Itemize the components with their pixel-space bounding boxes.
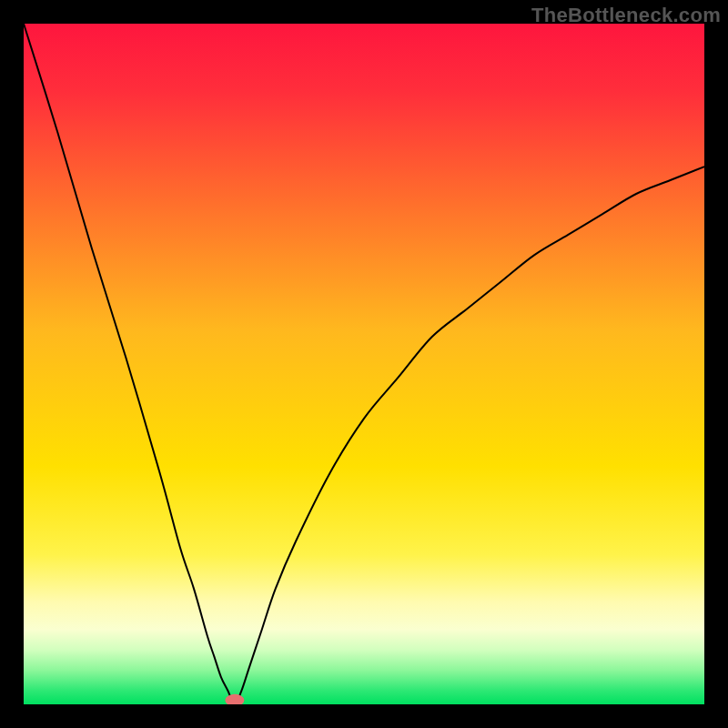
gradient-background <box>24 24 704 704</box>
bottleneck-chart <box>24 24 704 704</box>
attribution-text: TheBottleneck.com <box>531 4 721 27</box>
chart-frame: TheBottleneck.com <box>0 0 728 728</box>
plot-area <box>24 24 704 704</box>
